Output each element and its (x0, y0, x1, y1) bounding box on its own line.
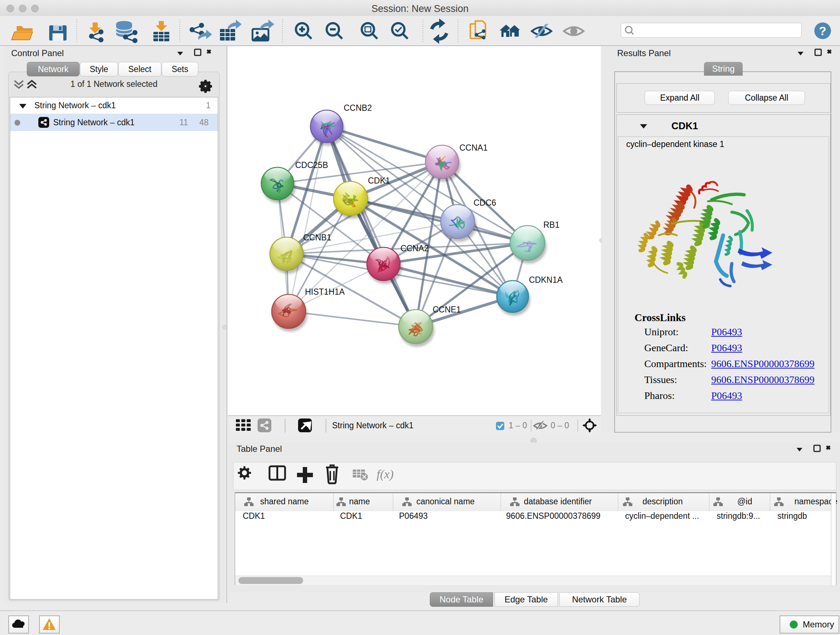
svg-text:String Network – cdk1: String Network – cdk1 (332, 421, 414, 430)
svg-text:CCNB1: CCNB1 (303, 233, 332, 242)
svg-text:?: ? (819, 24, 827, 38)
svg-text:CDK1: CDK1 (368, 176, 390, 185)
svg-text:CDC25B: CDC25B (295, 160, 328, 170)
svg-text:HIST1H1A: HIST1H1A (305, 287, 345, 296)
svg-text:1 – 0: 1 – 0 (508, 421, 527, 430)
svg-text:CDC6: CDC6 (474, 198, 496, 207)
svg-text:CCNE1: CCNE1 (433, 305, 461, 314)
svg-text:RB1: RB1 (543, 220, 560, 230)
svg-text:0 – 0: 0 – 0 (551, 421, 569, 430)
svg-text:CCNA1: CCNA1 (459, 143, 488, 152)
svg-text:CDKN1A: CDKN1A (529, 275, 563, 285)
svg-text:CCNA2: CCNA2 (401, 244, 429, 253)
svg-text:CCNB2: CCNB2 (344, 103, 372, 112)
svg-text:f(x): f(x) (377, 467, 393, 481)
